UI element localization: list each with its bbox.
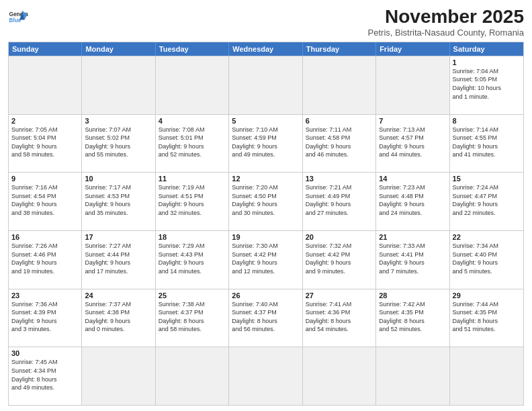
calendar-cell [229, 347, 302, 405]
day-info: Sunrise: 7:21 AM Sunset: 4:49 PM Dayligh… [306, 183, 373, 217]
calendar-cell: 29Sunrise: 7:44 AM Sunset: 4:35 PM Dayli… [450, 289, 523, 347]
month-title: November 2025 [368, 7, 524, 28]
day-info: Sunrise: 7:30 AM Sunset: 4:42 PM Dayligh… [232, 242, 299, 275]
calendar-cell: 25Sunrise: 7:38 AM Sunset: 4:37 PM Dayli… [156, 289, 229, 347]
day-number: 12 [232, 175, 299, 183]
calendar-cell [303, 347, 376, 405]
calendar-cell: 12Sunrise: 7:20 AM Sunset: 4:50 PM Dayli… [229, 173, 302, 230]
day-info: Sunrise: 7:16 AM Sunset: 4:54 PM Dayligh… [11, 183, 79, 217]
calendar-cell: 28Sunrise: 7:42 AM Sunset: 4:35 PM Dayli… [376, 289, 449, 347]
day-number: 28 [379, 291, 446, 300]
day-number: 11 [159, 175, 226, 183]
calendar-body: 1Sunrise: 7:04 AM Sunset: 5:05 PM Daylig… [9, 56, 523, 405]
calendar-cell: 10Sunrise: 7:17 AM Sunset: 4:53 PM Dayli… [82, 173, 155, 230]
calendar-cell: 9Sunrise: 7:16 AM Sunset: 4:54 PM Daylig… [9, 173, 82, 230]
day-info: Sunrise: 7:20 AM Sunset: 4:50 PM Dayligh… [232, 183, 299, 217]
day-number: 9 [11, 175, 79, 183]
header-wednesday: Wednesday [229, 42, 302, 56]
calendar-cell: 13Sunrise: 7:21 AM Sunset: 4:49 PM Dayli… [303, 173, 376, 230]
day-info: Sunrise: 7:07 AM Sunset: 5:02 PM Dayligh… [85, 126, 152, 159]
day-info: Sunrise: 7:08 AM Sunset: 5:01 PM Dayligh… [159, 126, 226, 159]
day-number: 19 [232, 233, 299, 241]
calendar-cell: 16Sunrise: 7:26 AM Sunset: 4:46 PM Dayli… [9, 231, 82, 289]
calendar-cell [156, 56, 229, 114]
day-info: Sunrise: 7:27 AM Sunset: 4:44 PM Dayligh… [85, 242, 152, 275]
page: General Blue November 2025 Petris, Bistr… [0, 0, 532, 411]
day-info: Sunrise: 7:04 AM Sunset: 5:05 PM Dayligh… [453, 67, 521, 101]
day-info: Sunrise: 7:17 AM Sunset: 4:53 PM Dayligh… [85, 183, 152, 217]
day-number: 18 [159, 233, 226, 241]
logo: General Blue [8, 7, 28, 27]
day-info: Sunrise: 7:45 AM Sunset: 4:34 PM Dayligh… [11, 358, 79, 392]
calendar-cell: 5Sunrise: 7:10 AM Sunset: 4:59 PM Daylig… [229, 115, 302, 173]
calendar-cell: 21Sunrise: 7:33 AM Sunset: 4:41 PM Dayli… [376, 231, 449, 289]
day-number: 8 [453, 117, 521, 125]
day-number: 13 [306, 175, 373, 183]
day-number: 2 [11, 117, 79, 125]
day-info: Sunrise: 7:14 AM Sunset: 4:55 PM Dayligh… [453, 126, 521, 159]
day-info: Sunrise: 7:36 AM Sunset: 4:39 PM Dayligh… [11, 300, 79, 334]
day-number: 29 [453, 291, 521, 300]
calendar-row-4: 23Sunrise: 7:36 AM Sunset: 4:39 PM Dayli… [9, 289, 523, 347]
calendar-cell [229, 56, 302, 114]
calendar-cell: 7Sunrise: 7:13 AM Sunset: 4:57 PM Daylig… [376, 115, 449, 173]
day-number: 5 [232, 117, 299, 125]
day-number: 6 [306, 117, 373, 125]
calendar-cell: 30Sunrise: 7:45 AM Sunset: 4:34 PM Dayli… [9, 347, 82, 405]
day-number: 20 [306, 233, 373, 241]
calendar-cell [303, 56, 376, 114]
calendar-cell [450, 347, 523, 405]
calendar-cell: 18Sunrise: 7:29 AM Sunset: 4:43 PM Dayli… [156, 231, 229, 289]
day-number: 26 [232, 291, 299, 300]
calendar-cell: 17Sunrise: 7:27 AM Sunset: 4:44 PM Dayli… [82, 231, 155, 289]
title-section: November 2025 Petris, Bistrita-Nasaud Co… [368, 7, 524, 38]
day-info: Sunrise: 7:19 AM Sunset: 4:51 PM Dayligh… [159, 183, 226, 217]
header-thursday: Thursday [303, 42, 376, 56]
header-tuesday: Tuesday [156, 42, 229, 56]
day-info: Sunrise: 7:33 AM Sunset: 4:41 PM Dayligh… [379, 242, 446, 275]
calendar-cell: 24Sunrise: 7:37 AM Sunset: 4:38 PM Dayli… [82, 289, 155, 347]
day-info: Sunrise: 7:29 AM Sunset: 4:43 PM Dayligh… [159, 242, 226, 275]
day-number: 15 [453, 175, 521, 183]
day-number: 23 [11, 291, 79, 300]
calendar-cell [376, 347, 449, 405]
calendar-cell: 23Sunrise: 7:36 AM Sunset: 4:39 PM Dayli… [9, 289, 82, 347]
calendar-cell [376, 56, 449, 114]
calendar: Sunday Monday Tuesday Wednesday Thursday… [8, 42, 524, 406]
header-monday: Monday [82, 42, 155, 56]
calendar-row-2: 9Sunrise: 7:16 AM Sunset: 4:54 PM Daylig… [9, 172, 523, 230]
day-number: 16 [11, 233, 79, 241]
day-info: Sunrise: 7:24 AM Sunset: 4:47 PM Dayligh… [453, 183, 521, 217]
calendar-cell: 20Sunrise: 7:32 AM Sunset: 4:42 PM Dayli… [303, 231, 376, 289]
calendar-cell [9, 56, 82, 114]
day-number: 1 [453, 58, 521, 66]
calendar-cell: 6Sunrise: 7:11 AM Sunset: 4:58 PM Daylig… [303, 115, 376, 173]
calendar-row-1: 2Sunrise: 7:05 AM Sunset: 5:04 PM Daylig… [9, 114, 523, 173]
calendar-cell: 26Sunrise: 7:40 AM Sunset: 4:37 PM Dayli… [229, 289, 302, 347]
calendar-cell: 22Sunrise: 7:34 AM Sunset: 4:40 PM Dayli… [450, 231, 523, 289]
day-info: Sunrise: 7:32 AM Sunset: 4:42 PM Dayligh… [306, 242, 373, 275]
day-number: 14 [379, 175, 446, 183]
calendar-cell [82, 347, 155, 405]
day-info: Sunrise: 7:13 AM Sunset: 4:57 PM Dayligh… [379, 126, 446, 159]
day-number: 30 [11, 349, 79, 357]
calendar-cell: 2Sunrise: 7:05 AM Sunset: 5:04 PM Daylig… [9, 115, 82, 173]
header: General Blue November 2025 Petris, Bistr… [8, 7, 524, 38]
day-number: 22 [453, 233, 521, 241]
calendar-header: Sunday Monday Tuesday Wednesday Thursday… [9, 42, 523, 56]
day-info: Sunrise: 7:44 AM Sunset: 4:35 PM Dayligh… [453, 300, 521, 334]
day-info: Sunrise: 7:11 AM Sunset: 4:58 PM Dayligh… [306, 126, 373, 159]
calendar-cell [82, 56, 155, 114]
calendar-cell: 1Sunrise: 7:04 AM Sunset: 5:05 PM Daylig… [450, 56, 523, 114]
day-number: 7 [379, 117, 446, 125]
calendar-cell: 11Sunrise: 7:19 AM Sunset: 4:51 PM Dayli… [156, 173, 229, 230]
day-number: 25 [159, 291, 226, 300]
day-info: Sunrise: 7:42 AM Sunset: 4:35 PM Dayligh… [379, 300, 446, 334]
calendar-cell: 27Sunrise: 7:41 AM Sunset: 4:36 PM Dayli… [303, 289, 376, 347]
day-info: Sunrise: 7:23 AM Sunset: 4:48 PM Dayligh… [379, 183, 446, 217]
calendar-cell: 4Sunrise: 7:08 AM Sunset: 5:01 PM Daylig… [156, 115, 229, 173]
calendar-cell: 15Sunrise: 7:24 AM Sunset: 4:47 PM Dayli… [450, 173, 523, 230]
day-number: 21 [379, 233, 446, 241]
header-sunday: Sunday [9, 42, 82, 56]
day-number: 17 [85, 233, 152, 241]
